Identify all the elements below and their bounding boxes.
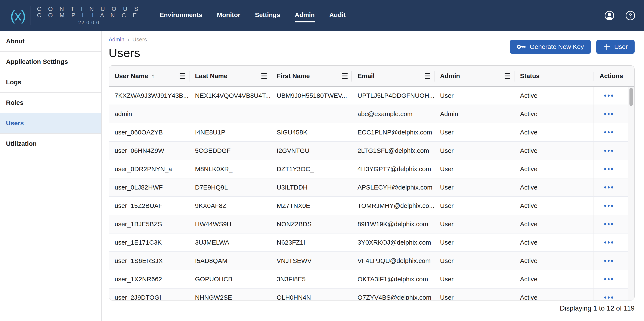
cell-email: abc@example.com <box>352 105 434 123</box>
row-actions-menu-icon[interactable] <box>604 150 613 152</box>
column-header-actions: Actions <box>594 66 634 86</box>
sidebar-item-application-settings[interactable]: Application Settings <box>0 52 101 72</box>
cell-last-name: GOPUOHCB <box>190 270 271 288</box>
generate-new-key-button[interactable]: Generate New Key <box>510 40 590 54</box>
cell-user-name: user_1BJE5BZS <box>109 215 190 233</box>
cell-email: 2LTG1SFL@delphix.com <box>352 142 434 160</box>
row-actions-menu-icon[interactable] <box>604 205 613 207</box>
sidebar-item-users[interactable]: Users <box>0 113 101 134</box>
cell-last-name: 5CGEDDGF <box>190 142 271 160</box>
users-table-header: User Name ↑ Last Name First Name Email <box>109 66 634 87</box>
cell-user-name: 7KXZWA9J3WJ91Y43B... <box>109 87 190 105</box>
cell-first-name: VNJTSEWV <box>271 252 352 270</box>
nav-item-environments[interactable]: Environments <box>160 11 202 22</box>
cell-last-name: D7E9HQ9L <box>190 178 271 196</box>
cell-status: Active <box>514 197 594 215</box>
nav-utilities: ? <box>604 10 637 21</box>
column-header-admin[interactable]: Admin <box>434 66 514 86</box>
column-header-email[interactable]: Email <box>352 66 434 86</box>
sidebar-item-roles[interactable]: Roles <box>0 93 101 113</box>
table-scrollbar-track[interactable] <box>628 87 634 301</box>
table-row: user_15Z2BUAF 9KX0AF8Z MZ7TNX0E TOMRJMHY… <box>109 197 634 215</box>
sidebar-item-about[interactable]: About <box>0 31 101 52</box>
app-version: 22.0.0.0 <box>78 20 100 26</box>
table-scrollbar-thumb[interactable] <box>630 88 633 106</box>
table-row: user_1E171C3K 3UJMELWA N623FZ1I 3Y0XRKOJ… <box>109 233 634 252</box>
cell-last-name: HW44WS9H <box>190 215 271 233</box>
column-menu-icon[interactable] <box>180 73 185 79</box>
row-actions-menu-icon[interactable] <box>604 131 613 133</box>
column-header-last-name[interactable]: Last Name <box>190 66 271 86</box>
cell-user-name: user_1E171C3K <box>109 233 190 251</box>
cell-actions <box>594 252 628 270</box>
nav-item-monitor[interactable]: Monitor <box>217 11 240 22</box>
nav-item-admin[interactable]: Admin <box>295 11 315 22</box>
cell-admin: User <box>434 87 514 105</box>
cell-admin: User <box>434 233 514 251</box>
cell-user-name: user_1S6ERSJX <box>109 252 190 270</box>
brand-line-1: C O N T I N U O U S <box>37 6 141 12</box>
top-navigation-bar: (x) C O N T I N U O U S C O M P L I A N … <box>0 0 644 31</box>
row-actions-menu-icon[interactable] <box>604 95 613 96</box>
cell-actions <box>594 178 628 196</box>
add-user-button[interactable]: User <box>596 40 634 54</box>
column-menu-icon[interactable] <box>504 73 510 79</box>
cell-first-name: UBM9J0H55180TWEV... <box>271 87 352 105</box>
cell-status: Active <box>514 123 594 141</box>
table-row: user_0DR2PNYN_a M8NLK0XR_ DZT1Y3OC_ 4H3Y… <box>109 160 634 178</box>
cell-last-name <box>190 105 271 123</box>
cell-user-name: user_2J9DTOGI <box>109 289 190 301</box>
cell-status: Active <box>514 215 594 233</box>
row-actions-menu-icon[interactable] <box>604 223 613 225</box>
help-icon[interactable]: ? <box>625 10 636 21</box>
cell-admin: User <box>434 178 514 196</box>
row-actions-menu-icon[interactable] <box>604 168 613 170</box>
sort-ascending-icon: ↑ <box>152 72 155 80</box>
nav-item-audit[interactable]: Audit <box>329 11 346 22</box>
page-actions: Generate New Key User <box>510 40 634 54</box>
cell-status: Active <box>514 252 594 270</box>
chevron-right-icon: › <box>128 37 129 43</box>
cell-actions <box>594 87 628 105</box>
cell-email: UPTLJ5LP4DDGFNUOH... <box>352 87 434 105</box>
cell-last-name: I5AD8QAM <box>190 252 271 270</box>
cell-last-name: NHNGW2SE <box>190 289 271 301</box>
breadcrumb-current: Users <box>132 36 147 43</box>
cell-first-name: U3ILTDDH <box>271 178 352 196</box>
brand-block: C O N T I N U O U S C O M P L I A N C E … <box>37 6 141 26</box>
cell-user-name: user_15Z2BUAF <box>109 197 190 215</box>
sidebar-item-utilization[interactable]: Utilization <box>0 134 101 154</box>
cell-last-name: 9KX0AF8Z <box>190 197 271 215</box>
table-row: 7KXZWA9J3WJ91Y43B... NEX1K4VQOV4VB8U4T..… <box>109 87 634 105</box>
row-actions-menu-icon[interactable] <box>604 186 613 188</box>
nav-item-settings[interactable]: Settings <box>255 11 280 22</box>
column-menu-icon[interactable] <box>342 73 348 79</box>
breadcrumb-admin-link[interactable]: Admin <box>108 36 124 43</box>
cell-status: Active <box>514 105 594 123</box>
cell-actions <box>594 289 628 301</box>
cell-first-name: DZT1Y3OC_ <box>271 160 352 178</box>
column-header-first-name[interactable]: First Name <box>271 66 352 86</box>
column-header-user-name[interactable]: User Name ↑ <box>109 66 190 86</box>
column-menu-icon[interactable] <box>425 73 430 79</box>
column-menu-icon[interactable] <box>261 73 267 79</box>
cell-email: APSLECYH@delphix.com <box>352 178 434 196</box>
row-actions-menu-icon[interactable] <box>604 260 613 262</box>
table-row: user_1BJE5BZS HW44WS9H NONZ2BDS 89I1W19K… <box>109 215 634 233</box>
row-actions-menu-icon[interactable] <box>604 278 613 280</box>
table-row: user_1X2NR662 GOPUOHCB 3N3FI8E5 OKTA3IF1… <box>109 270 634 289</box>
table-row: user_2J9DTOGI NHNGW2SE QLH0HN4N O7ZYV4BS… <box>109 289 634 301</box>
cell-email: OKTA3IF1@delphix.com <box>352 270 434 288</box>
row-actions-menu-icon[interactable] <box>604 113 613 115</box>
user-avatar-icon[interactable] <box>604 10 614 21</box>
row-actions-menu-icon[interactable] <box>604 297 613 298</box>
table-row: user_06HN4Z9W 5CGEDDGF I2GVNTGU 2LTG1SFL… <box>109 142 634 160</box>
row-actions-menu-icon[interactable] <box>604 241 613 243</box>
table-row: user_1S6ERSJX I5AD8QAM VNJTSEWV VF4LPJQU… <box>109 252 634 270</box>
column-header-status[interactable]: Status <box>514 66 594 86</box>
cell-status: Active <box>514 160 594 178</box>
brand-line-2: C O M P L I A N C E <box>37 12 141 18</box>
cell-first-name <box>271 105 352 123</box>
cell-admin: User <box>434 123 514 141</box>
sidebar-item-logs[interactable]: Logs <box>0 72 101 93</box>
